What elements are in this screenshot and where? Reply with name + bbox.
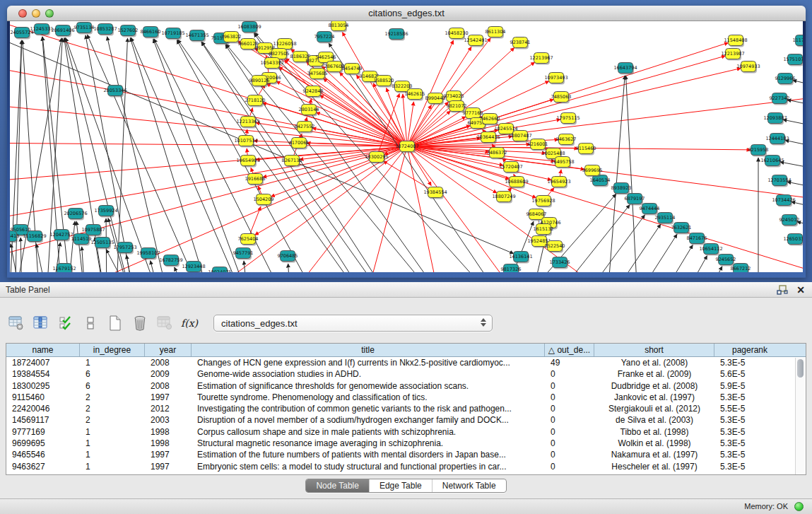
- table-row[interactable]: 2242004622012Investigating the contribut…: [6, 403, 806, 414]
- citation-edge-black[interactable]: [126, 255, 135, 272]
- table-cell[interactable]: Jankovic et al. (1997): [594, 392, 714, 403]
- citation-edge-red[interactable]: [407, 146, 460, 272]
- citation-edge-black[interactable]: [82, 247, 86, 272]
- column-header-out_de[interactable]: △ out_de...: [545, 344, 594, 356]
- table-cell[interactable]: 1: [80, 357, 145, 368]
- table-cell[interactable]: 1: [80, 461, 145, 472]
- table-cell[interactable]: Estimation of significance thresholds fo…: [192, 380, 545, 392]
- table-cell[interactable]: 0: [545, 414, 594, 426]
- tab-edge-table[interactable]: Edge Table: [370, 479, 433, 492]
- table-cell[interactable]: 2009: [145, 368, 192, 380]
- table-cell[interactable]: Nakamura et al. (1997): [594, 449, 714, 460]
- table-cell[interactable]: 1997: [145, 392, 192, 403]
- table-cell[interactable]: 1998: [145, 426, 192, 438]
- table-row[interactable]: 911546021997Tourette syndrome. Phenomeno…: [6, 392, 806, 403]
- table-row[interactable]: 977716911998Corpus callosum shape and si…: [6, 426, 806, 438]
- select-columns-button[interactable]: [32, 315, 50, 332]
- new-table-button[interactable]: [106, 315, 124, 332]
- network-window-titlebar[interactable]: citations_edges.txt: [7, 6, 806, 21]
- table-cell[interactable]: 1997: [145, 449, 192, 460]
- citation-edge-black[interactable]: [785, 140, 803, 151]
- table-cell[interactable]: 5.3E-5: [714, 357, 785, 368]
- table-cell[interactable]: de Silva et al. (2003): [594, 414, 714, 426]
- table-cell[interactable]: 2012: [145, 403, 192, 414]
- table-cell[interactable]: 5.3E-5: [714, 392, 785, 403]
- table-cell[interactable]: 1: [80, 426, 145, 438]
- table-cell[interactable]: 0: [545, 438, 594, 449]
- column-header-in_degree[interactable]: in_degree: [80, 344, 145, 356]
- citation-edge-red[interactable]: [403, 94, 407, 146]
- table-cell[interactable]: 2: [80, 414, 145, 426]
- table-cell[interactable]: Yano et al. (2008): [594, 357, 714, 368]
- citation-edge-black[interactable]: [580, 234, 677, 272]
- citation-edge-black[interactable]: [154, 39, 305, 272]
- table-cell[interactable]: 2008: [145, 357, 192, 368]
- table-cell[interactable]: 5.9E-5: [714, 380, 785, 392]
- table-cell[interactable]: 2008: [145, 380, 192, 392]
- table-cell[interactable]: 1997: [145, 461, 192, 472]
- citation-edge-black[interactable]: [793, 81, 803, 90]
- table-cell[interactable]: 5.3E-5: [714, 461, 785, 472]
- citation-edge-red[interactable]: [407, 102, 413, 146]
- table-cell[interactable]: 5.6E-5: [714, 368, 785, 380]
- table-cell[interactable]: 5.3E-5: [714, 426, 785, 438]
- table-cell[interactable]: 0: [545, 380, 594, 392]
- table-cell[interactable]: Investigating the contribution of common…: [192, 403, 545, 414]
- select-all-button[interactable]: [57, 315, 75, 332]
- citation-edge-red[interactable]: [407, 146, 503, 165]
- table-cell[interactable]: Wolkin et al. (1998): [594, 438, 714, 449]
- citation-edge-black[interactable]: [601, 245, 693, 272]
- table-cell[interactable]: Genome-wide association studies in ADHD.: [192, 368, 545, 380]
- table-cell[interactable]: 0: [545, 392, 594, 403]
- table-cell[interactable]: 1: [80, 438, 145, 449]
- network-view-window[interactable]: citations_edges.txt 18724007240557241124…: [7, 6, 806, 278]
- citation-network-graph[interactable]: 1872400724055724112453312069140697351341…: [10, 21, 803, 272]
- table-cell[interactable]: 1998: [145, 438, 192, 449]
- table-row[interactable]: 1938455462009Genome-wide association stu…: [6, 368, 806, 380]
- citation-edge-red[interactable]: [10, 141, 407, 146]
- table-cell[interactable]: 1: [80, 449, 145, 460]
- unselect-rows-button[interactable]: [81, 315, 100, 332]
- table-cell[interactable]: Tourette syndrome. Phenomenology and cla…: [192, 392, 545, 403]
- tab-node-table[interactable]: Node Table: [306, 479, 370, 492]
- table-cell[interactable]: 0: [545, 461, 594, 472]
- column-header-year[interactable]: year: [145, 344, 192, 356]
- table-cell[interactable]: Embryonic stem cells: a model to study s…: [192, 461, 545, 472]
- close-panel-icon[interactable]: ✕: [796, 285, 805, 295]
- table-row[interactable]: 946362711997Embryonic stem cells: a mode…: [6, 461, 806, 472]
- table-cell[interactable]: 9115460: [6, 392, 80, 403]
- close-window-button[interactable]: [18, 9, 27, 18]
- table-cell[interactable]: 0: [545, 426, 594, 438]
- zoom-window-button[interactable]: [45, 9, 54, 18]
- network-canvas[interactable]: 1872400724055724112453312069140697351341…: [10, 21, 803, 272]
- table-selector-dropdown[interactable]: citations_edges.txt: [213, 315, 493, 332]
- memory-ok-indicator[interactable]: [794, 502, 804, 511]
- table-cell[interactable]: 49: [545, 357, 594, 368]
- citation-edge-black[interactable]: [288, 264, 290, 272]
- table-cell[interactable]: Franke et al. (2009): [594, 368, 714, 380]
- table-cell[interactable]: 0: [545, 403, 594, 414]
- table-cell[interactable]: 14569117: [6, 414, 80, 426]
- table-row[interactable]: 1872400712008Changes of HCN gene express…: [6, 357, 806, 368]
- table-cell[interactable]: Estimation of the future numbers of pati…: [192, 449, 545, 460]
- citation-edge-black[interactable]: [254, 33, 481, 272]
- table-cell[interactable]: Stergiakouli et al. (2012): [594, 403, 714, 414]
- table-row[interactable]: 969969511998Structural magnetic resonanc…: [6, 438, 806, 449]
- table-cell[interactable]: 5.3E-5: [714, 438, 785, 449]
- citation-edge-red[interactable]: [10, 21, 407, 146]
- table-cell[interactable]: 2: [80, 403, 145, 414]
- float-panel-icon[interactable]: [777, 285, 788, 295]
- table-row[interactable]: 1830029562008Estimation of significance …: [6, 380, 806, 392]
- table-cell[interactable]: 6: [80, 380, 145, 392]
- table-cell[interactable]: 9777169: [6, 426, 80, 438]
- table-cell[interactable]: 18300295: [6, 380, 80, 392]
- citation-edge-black[interactable]: [86, 35, 142, 272]
- table-cell[interactable]: Tibbo et al. (1998): [594, 426, 714, 438]
- citation-edge-black[interactable]: [792, 201, 803, 212]
- table-cell[interactable]: Changes of HCN gene expression and I(f) …: [192, 357, 545, 368]
- table-cell[interactable]: 2003: [145, 414, 192, 426]
- tab-network-table[interactable]: Network Table: [433, 479, 506, 492]
- table-cell[interactable]: 9465546: [6, 449, 80, 460]
- citation-edge-red[interactable]: [266, 83, 407, 146]
- table-row[interactable]: 946554611997Estimation of the future num…: [6, 449, 806, 460]
